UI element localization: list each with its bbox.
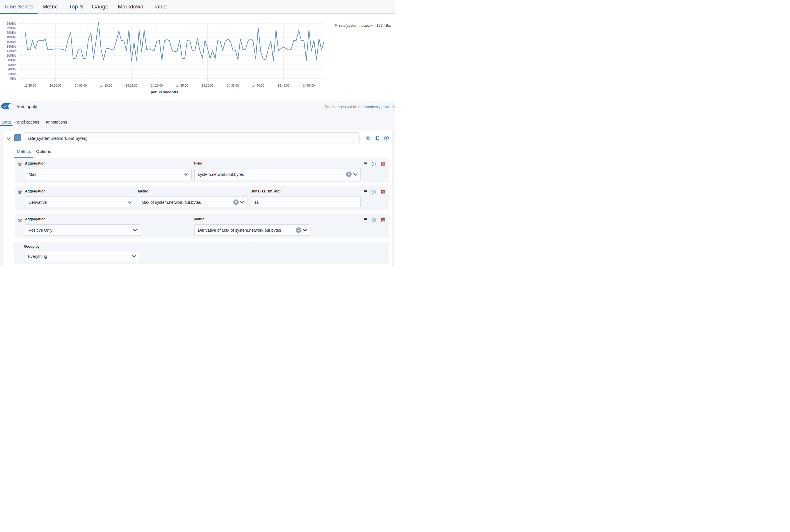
- svg-text:14:10:00: 14:10:00: [100, 84, 112, 87]
- svg-text:14:20:00: 14:20:00: [151, 84, 163, 87]
- svg-text:14:25:00: 14:25:00: [176, 84, 188, 87]
- svg-text:220B/s: 220B/s: [6, 26, 17, 30]
- svg-text:60B/s: 60B/s: [8, 63, 17, 66]
- svg-text:200B/s: 200B/s: [6, 31, 17, 34]
- svg-text:per 30 seconds: per 30 seconds: [151, 90, 178, 94]
- svg-text:160B/s: 160B/s: [6, 40, 17, 44]
- svg-text:14:40:00: 14:40:00: [252, 84, 264, 87]
- svg-text:140B/s: 140B/s: [6, 45, 17, 48]
- svg-text:180B/s: 180B/s: [6, 36, 17, 39]
- svg-text:20B/s: 20B/s: [8, 72, 17, 76]
- svg-text:120B/s: 120B/s: [6, 49, 17, 53]
- svg-text:40B/s: 40B/s: [8, 68, 17, 71]
- svg-text:14:50:00: 14:50:00: [303, 84, 315, 87]
- svg-text:80B/s: 80B/s: [8, 58, 17, 62]
- svg-text:14:15:00: 14:15:00: [126, 84, 137, 87]
- svg-text:240B/s: 240B/s: [6, 22, 17, 25]
- svg-text:rate(system.network... 167.4B/: rate(system.network... 167.4B/s: [339, 23, 391, 27]
- svg-text:100B/s: 100B/s: [6, 54, 17, 57]
- svg-text:14:00:00: 14:00:00: [50, 84, 61, 87]
- svg-text:14:30:00: 14:30:00: [202, 84, 214, 87]
- svg-text:13:55:00: 13:55:00: [24, 84, 36, 87]
- svg-text:0B/s: 0B/s: [10, 77, 17, 80]
- svg-text:14:45:00: 14:45:00: [277, 84, 289, 87]
- svg-text:14:05:00: 14:05:00: [75, 84, 87, 87]
- svg-text:14:35:00: 14:35:00: [227, 84, 239, 87]
